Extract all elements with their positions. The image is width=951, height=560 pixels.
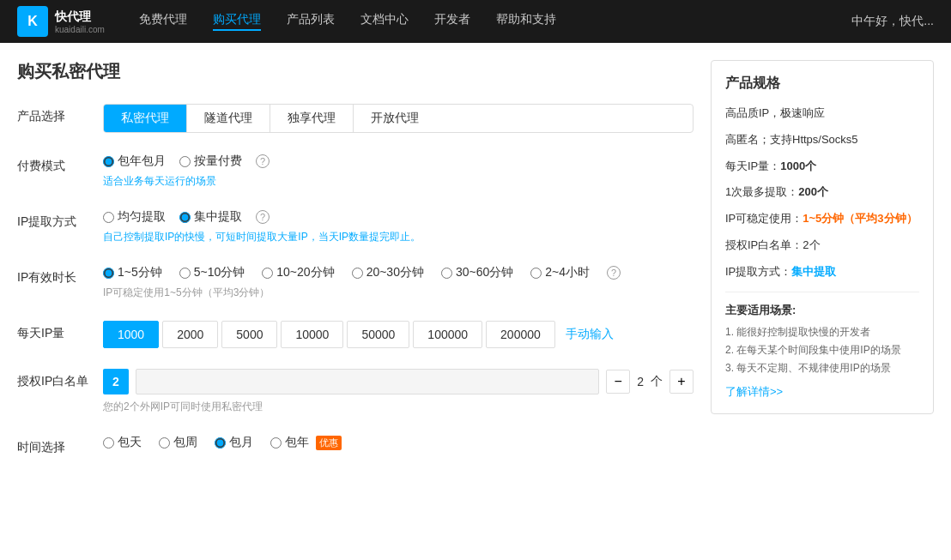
tab-exclusive-proxy[interactable]: 独享代理 [270, 105, 354, 132]
qty-btn-10000[interactable]: 10000 [281, 321, 343, 348]
nav-link-docs[interactable]: 文档中心 [360, 12, 409, 31]
product-select-row: 产品选择 私密代理 隧道代理 独享代理 开放代理 [17, 104, 694, 133]
payment-mode-row: 付费模式 包年包月 按量付费 ? 适合业务每天运行的场景 [17, 154, 694, 189]
tab-private-proxy[interactable]: 私密代理 [104, 105, 187, 132]
nav-link-buy[interactable]: 购买代理 [213, 12, 261, 31]
spec-scene-title: 主要适用场景: [725, 303, 919, 318]
spec-title: 产品规格 [725, 75, 919, 93]
nav-user: 中午好，快代... [851, 14, 934, 29]
ip-valid-hint: IP可稳定使用1~5分钟（平均3分钟） [103, 286, 694, 300]
payment-mode-group: 包年包月 按量付费 ? [103, 154, 694, 169]
ip-quantity-control: 1000 2000 5000 10000 50000 100000 200000… [103, 321, 694, 348]
valid-help-icon[interactable]: ? [607, 266, 621, 280]
spec-scene-1: 1. 能很好控制提取快慢的开发者 [725, 325, 919, 340]
spec-daily-ip: 每天IP量：1000个 [725, 158, 919, 176]
ip-valid-10-20[interactable]: 10~20分钟 [262, 265, 334, 280]
time-week-radio[interactable]: 包周 [159, 435, 197, 450]
ip-extract-group: 均匀提取 集中提取 ? [103, 209, 694, 225]
logo-icon: K [17, 6, 48, 37]
ip-quantity-label: 每天IP量 [17, 321, 103, 341]
product-select-label: 产品选择 [17, 104, 103, 124]
spec-scene-2: 2. 在每天某个时间段集中使用IP的场景 [725, 343, 919, 358]
ip-quantity-buttons: 1000 2000 5000 10000 50000 100000 200000… [103, 321, 694, 348]
ip-valid-label: IP有效时长 [17, 265, 103, 286]
time-select-control: 包天 包周 包月 包年 优惠 [103, 435, 694, 450]
ip-valid-row: IP有效时长 1~5分钟 5~10分钟 10~20分钟 [17, 265, 694, 300]
ip-extract-hint: 自己控制提取IP的快慢，可短时间提取大量IP，当天IP数量提完即止。 [103, 230, 694, 244]
payment-mode-control: 包年包月 按量付费 ? 适合业务每天运行的场景 [103, 154, 694, 189]
whitelist-stepper: − 2 个 + [606, 370, 694, 394]
ip-valid-20-30[interactable]: 20~30分钟 [352, 265, 424, 280]
spec-whitelist: 授权IP白名单：2个 [725, 237, 919, 255]
ip-extract-row: IP提取方式 均匀提取 集中提取 ? 自己控制提取IP的快慢，可短时间提取大量I… [17, 209, 694, 244]
nav-link-free[interactable]: 免费代理 [139, 12, 187, 31]
spec-quality: 高品质IP，极速响应 [725, 105, 919, 123]
spec-max-extract: 1次最多提取：200个 [725, 184, 919, 202]
page-title: 购买私密代理 [17, 60, 694, 83]
spec-extract-mode: IP提取方式：集中提取 [725, 263, 919, 281]
time-select-label: 时间选择 [17, 435, 103, 455]
whitelist-input[interactable] [136, 369, 599, 394]
stepper-minus[interactable]: − [606, 370, 630, 394]
time-year-radio[interactable]: 包年 优惠 [270, 435, 342, 450]
ip-valid-2-4h[interactable]: 2~4小时 [530, 265, 590, 280]
payment-hint: 适合业务每天运行的场景 [103, 174, 694, 189]
stepper-value: 2 [637, 375, 644, 388]
qty-manual-input[interactable]: 手动输入 [566, 327, 614, 342]
content-area: 购买私密代理 产品选择 私密代理 隧道代理 独享代理 开放代理 付费模式 [17, 60, 711, 476]
sidebar: 产品规格 高品质IP，极速响应 高匿名；支持Https/Socks5 每天IP量… [711, 60, 934, 476]
qty-btn-200000[interactable]: 200000 [486, 321, 555, 348]
time-select-row: 时间选择 包天 包周 包月 [17, 435, 694, 455]
whitelist-input-row: 2 − 2 个 + [103, 369, 694, 394]
qty-btn-5000[interactable]: 5000 [221, 321, 277, 348]
logo[interactable]: K 快代理 kuaidaili.com [17, 6, 105, 37]
tab-open-proxy[interactable]: 开放代理 [354, 105, 436, 132]
logo-text: 快代理 kuaidaili.com [55, 9, 105, 34]
payment-per-use-radio[interactable]: 按量付费 [179, 154, 242, 169]
ip-valid-5-10[interactable]: 5~10分钟 [179, 265, 245, 280]
ip-quantity-row: 每天IP量 1000 2000 5000 10000 50000 100000 … [17, 321, 694, 348]
whitelist-row: 授权IP白名单 2 − 2 个 + 您的2个外网IP可同时使用私密代理 [17, 369, 694, 414]
ip-valid-30-60[interactable]: 30~60分钟 [441, 265, 513, 280]
ip-extract-control: 均匀提取 集中提取 ? 自己控制提取IP的快慢，可短时间提取大量IP，当天IP数… [103, 209, 694, 244]
whitelist-note: 您的2个外网IP可同时使用私密代理 [103, 400, 694, 414]
whitelist-badge: 2 [103, 369, 129, 394]
ip-extract-even-radio[interactable]: 均匀提取 [103, 209, 166, 225]
ip-valid-control: 1~5分钟 5~10分钟 10~20分钟 20~30分钟 [103, 265, 694, 300]
qty-btn-50000[interactable]: 50000 [347, 321, 409, 348]
nav-link-help[interactable]: 帮助和支持 [496, 12, 556, 31]
nav-link-dev[interactable]: 开发者 [434, 12, 470, 31]
spec-detail-link[interactable]: 了解详情>> [725, 384, 919, 400]
tab-tunnel-proxy[interactable]: 隧道代理 [187, 105, 270, 132]
spec-stable-time: IP可稳定使用：1~5分钟（平均3分钟） [725, 210, 919, 228]
product-select-control: 私密代理 隧道代理 独享代理 开放代理 [103, 104, 694, 133]
extract-help-icon[interactable]: ? [256, 210, 270, 224]
spec-divider [725, 292, 919, 292]
nav-links: 免费代理 购买代理 产品列表 文档中心 开发者 帮助和支持 [139, 12, 852, 31]
nav-link-products[interactable]: 产品列表 [287, 12, 335, 31]
payment-mode-label: 付费模式 [17, 154, 103, 174]
ip-extract-concentrated-radio[interactable]: 集中提取 [179, 209, 242, 225]
payment-help-icon[interactable]: ? [256, 154, 270, 168]
qty-btn-100000[interactable]: 100000 [413, 321, 482, 348]
ip-valid-group: 1~5分钟 5~10分钟 10~20分钟 20~30分钟 [103, 265, 694, 280]
payment-annual-radio[interactable]: 包年包月 [103, 154, 166, 169]
stepper-plus[interactable]: + [669, 370, 694, 394]
navbar: K 快代理 kuaidaili.com 免费代理 购买代理 产品列表 文档中心 … [0, 0, 951, 43]
time-month-radio[interactable]: 包月 [215, 435, 253, 450]
spec-box: 产品规格 高品质IP，极速响应 高匿名；支持Https/Socks5 每天IP量… [711, 60, 934, 414]
stepper-unit: 个 [651, 374, 663, 389]
promo-badge: 优惠 [316, 436, 342, 450]
main-container: 购买私密代理 产品选择 私密代理 隧道代理 独享代理 开放代理 付费模式 [0, 43, 951, 493]
spec-scene-list: 1. 能很好控制提取快慢的开发者 2. 在每天某个时间段集中使用IP的场景 3.… [725, 325, 919, 376]
spec-anonymous: 高匿名；支持Https/Socks5 [725, 131, 919, 149]
qty-btn-2000[interactable]: 2000 [162, 321, 218, 348]
product-tab-group: 私密代理 隧道代理 独享代理 开放代理 [103, 104, 694, 133]
whitelist-control: 2 − 2 个 + 您的2个外网IP可同时使用私密代理 [103, 369, 694, 414]
spec-scene-3: 3. 每天不定期、不规律使用IP的场景 [725, 361, 919, 376]
time-radio-group: 包天 包周 包月 包年 优惠 [103, 435, 694, 450]
ip-valid-1-5[interactable]: 1~5分钟 [103, 265, 162, 280]
whitelist-label: 授权IP白名单 [17, 369, 103, 389]
time-day-radio[interactable]: 包天 [103, 435, 142, 450]
qty-btn-1000[interactable]: 1000 [103, 321, 159, 348]
